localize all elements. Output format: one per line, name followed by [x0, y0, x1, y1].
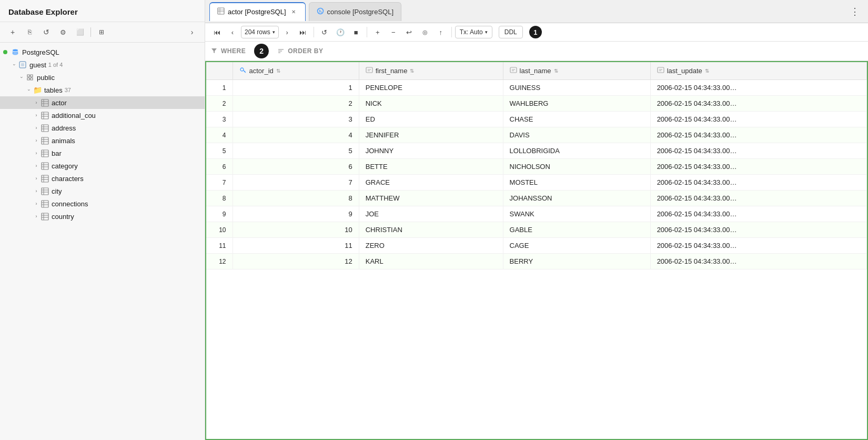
cell-first-name[interactable]: GRACE: [359, 175, 503, 191]
cell-actor-id[interactable]: 12: [233, 254, 359, 269]
add-row-button[interactable]: +: [370, 25, 385, 39]
revert-button[interactable]: ↩: [402, 25, 417, 39]
stop-button[interactable]: ■: [349, 25, 364, 39]
cell-last-update[interactable]: 2006-02-15 04:34:33.00…: [650, 96, 866, 112]
cell-first-name[interactable]: PENELOPE: [359, 80, 503, 96]
prev-page-button[interactable]: ‹: [225, 25, 240, 39]
ddl-button[interactable]: DDL: [499, 26, 523, 38]
tx-selector[interactable]: Tx: Auto ▾: [455, 26, 492, 38]
history-button[interactable]: 🕐: [333, 25, 348, 39]
tree-item-city[interactable]: › city: [0, 185, 205, 197]
cell-first-name[interactable]: CHRISTIAN: [359, 222, 503, 238]
table-row[interactable]: 9 9 JOE SWANK 2006-02-15 04:34:33.00…: [206, 206, 867, 222]
table-row[interactable]: 5 5 JOHNNY LOLLOBRIGIDA 2006-02-15 04:34…: [206, 143, 867, 159]
last-page-button[interactable]: ⏭: [296, 25, 310, 39]
tree-item-characters[interactable]: › characters: [0, 172, 205, 185]
monitor-button[interactable]: ⬜: [73, 25, 87, 39]
cell-last-name[interactable]: JOHANSSON: [503, 191, 650, 206]
cell-first-name[interactable]: ED: [359, 112, 503, 127]
filter-button[interactable]: ◎: [418, 25, 432, 39]
cell-actor-id[interactable]: 10: [233, 222, 359, 238]
tree-item-country[interactable]: › country: [0, 210, 205, 223]
cell-last-update[interactable]: 2006-02-15 04:34:33.00…: [650, 206, 866, 222]
first-page-button[interactable]: ⏮: [209, 25, 224, 39]
tree-item-address[interactable]: › address: [0, 122, 205, 134]
cell-last-name[interactable]: GUINESS: [503, 80, 650, 96]
refresh-button[interactable]: ↺: [39, 25, 54, 39]
orderby-filter[interactable]: ORDER BY: [277, 47, 323, 55]
tree-item-additional_cou[interactable]: › additional_cou: [0, 109, 205, 122]
cell-first-name[interactable]: JOE: [359, 206, 503, 222]
remove-row-button[interactable]: −: [386, 25, 401, 39]
cell-last-name[interactable]: GABLE: [503, 222, 650, 238]
cell-last-name[interactable]: CAGE: [503, 238, 650, 254]
tab-actor[interactable]: actor [PostgreSQL] ✕: [209, 2, 306, 21]
tree-item-bar[interactable]: › bar: [0, 147, 205, 159]
rows-selector[interactable]: 204 rows ▾: [241, 26, 279, 38]
tab-console[interactable]: console [PostgreSQL]: [309, 2, 401, 21]
table-row[interactable]: 1 1 PENELOPE GUINESS 2006-02-15 04:34:33…: [206, 80, 867, 96]
table-button[interactable]: ⊞: [94, 25, 109, 39]
cell-first-name[interactable]: BETTE: [359, 159, 503, 175]
table-row[interactable]: 3 3 3 ED CHASE 2006-02-15 04:34:33.00…: [206, 112, 867, 127]
cell-last-name[interactable]: WAHLBERG: [503, 96, 650, 112]
table-row[interactable]: 6 6 BETTE NICHOLSON 2006-02-15 04:34:33.…: [206, 159, 867, 175]
col-last-name[interactable]: last_name ⇅: [503, 62, 650, 80]
tree-item-actor[interactable]: › actor: [0, 96, 205, 109]
tab-more-button[interactable]: ⋮: [846, 6, 864, 17]
cell-last-update[interactable]: 2006-02-15 04:34:33.00…: [650, 175, 866, 191]
cell-last-name[interactable]: CHASE: [503, 112, 650, 127]
tree-item-public[interactable]: › public: [0, 71, 205, 84]
more-button[interactable]: ›: [185, 25, 199, 39]
cell-actor-id[interactable]: 8: [233, 191, 359, 206]
upload-button[interactable]: ↑: [433, 25, 448, 39]
cell-last-name[interactable]: SWANK: [503, 206, 650, 222]
tree-item-connections[interactable]: › connections: [0, 197, 205, 210]
cell-first-name[interactable]: NICK: [359, 96, 503, 112]
cell-actor-id[interactable]: 5: [233, 143, 359, 159]
tab-close-actor[interactable]: ✕: [289, 8, 298, 16]
tree-item-category[interactable]: › category: [0, 159, 205, 172]
tree-item-postgresql[interactable]: PostgreSQL: [0, 46, 205, 58]
cell-first-name[interactable]: KARL: [359, 254, 503, 269]
table-row[interactable]: 11 11 ZERO CAGE 2006-02-15 04:34:33.00…: [206, 238, 867, 254]
add-button[interactable]: +: [5, 25, 20, 39]
where-filter[interactable]: WHERE: [210, 47, 246, 55]
cell-last-update[interactable]: 2006-02-15 04:34:33.00…: [650, 80, 866, 96]
cell-actor-id[interactable]: 6: [233, 159, 359, 175]
cell-actor-id[interactable]: 9: [233, 206, 359, 222]
cell-last-update[interactable]: 2006-02-15 04:34:33.00…: [650, 159, 866, 175]
cell-last-update[interactable]: 2006-02-15 04:34:33.00…: [650, 222, 866, 238]
cell-first-name[interactable]: JOHNNY: [359, 143, 503, 159]
table-row[interactable]: 7 7 GRACE MOSTEL 2006-02-15 04:34:33.00…: [206, 175, 867, 191]
cell-last-update[interactable]: 2006-02-15 04:34:33.00…: [650, 112, 866, 127]
cell-last-name[interactable]: MOSTEL: [503, 175, 650, 191]
col-actor-id[interactable]: actor_id ⇅: [233, 62, 359, 80]
tree-item-animals[interactable]: › animals: [0, 134, 205, 147]
cell-last-update[interactable]: 2006-02-15 04:34:33.00…: [650, 143, 866, 159]
cell-last-update[interactable]: 2006-02-15 04:34:33.00…: [650, 127, 866, 143]
cell-actor-id[interactable]: 3: [233, 112, 359, 127]
cell-actor-id[interactable]: 2: [233, 96, 359, 112]
table-row[interactable]: 10 10 CHRISTIAN GABLE 2006-02-15 04:34:3…: [206, 222, 867, 238]
tree-item-guest[interactable]: › guest 1 of 4: [0, 58, 205, 71]
cell-last-name[interactable]: BERRY: [503, 254, 650, 269]
cell-last-update[interactable]: 2006-02-15 04:34:33.00…: [650, 254, 866, 269]
table-row[interactable]: 8 8 MATTHEW JOHANSSON 2006-02-15 04:34:3…: [206, 191, 867, 206]
refresh-data-button[interactable]: ↺: [317, 25, 332, 39]
cell-first-name[interactable]: JENNIFER: [359, 127, 503, 143]
cell-actor-id[interactable]: 7: [233, 175, 359, 191]
copy-button[interactable]: ⎘: [22, 25, 37, 39]
table-row[interactable]: 12 12 KARL BERRY 2006-02-15 04:34:33.00…: [206, 254, 867, 269]
table-row[interactable]: 4 4 JENNIFER DAVIS 2006-02-15 04:34:33.0…: [206, 127, 867, 143]
col-first-name[interactable]: first_name ⇅: [359, 62, 503, 80]
cell-last-name[interactable]: DAVIS: [503, 127, 650, 143]
cell-actor-id[interactable]: 4: [233, 127, 359, 143]
cell-actor-id[interactable]: 1: [233, 80, 359, 96]
tree-item-tables[interactable]: › 📁 tables 37: [0, 84, 205, 96]
settings-button[interactable]: ⚙: [56, 25, 70, 39]
cell-last-update[interactable]: 2006-02-15 04:34:33.00…: [650, 191, 866, 206]
cell-last-name[interactable]: NICHOLSON: [503, 159, 650, 175]
cell-last-update[interactable]: 2006-02-15 04:34:33.00…: [650, 238, 866, 254]
cell-first-name[interactable]: MATTHEW: [359, 191, 503, 206]
